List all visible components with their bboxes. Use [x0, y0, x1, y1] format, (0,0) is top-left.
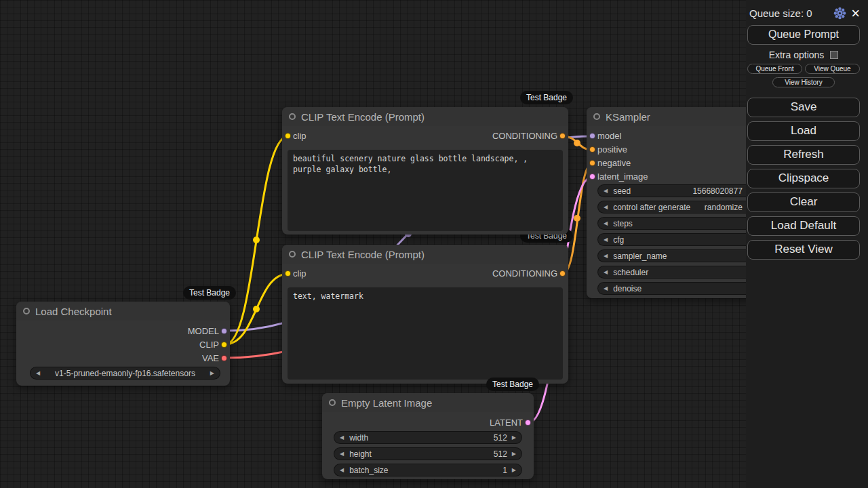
link-dot-clip-2	[253, 306, 260, 312]
increment-arrow-icon[interactable]: ▶	[512, 434, 516, 441]
close-menu-icon[interactable]: ×	[851, 8, 860, 19]
output-label-clip: CLIP	[199, 340, 219, 350]
input-label-clip: clip	[293, 131, 307, 142]
node-graph-canvas[interactable]: Test Badge Test Badge Test Badge Test Ba…	[0, 0, 868, 488]
decrement-arrow-icon[interactable]: ◀	[604, 220, 608, 226]
node-clip-text-encode-negative[interactable]: CLIP Text Encode (Prompt) clip CONDITION…	[282, 245, 568, 384]
decrement-arrow-icon[interactable]: ◀	[604, 237, 608, 243]
node-collapse-dot[interactable]	[329, 399, 336, 406]
input-label-negative: negative	[597, 158, 631, 169]
widget-label: batch_size	[349, 466, 388, 475]
node-badge: Test Badge	[520, 91, 573, 104]
widget-label: control after generate	[613, 203, 690, 212]
output-slot-conditioning[interactable]	[559, 270, 566, 277]
widget-label: height	[349, 449, 372, 459]
node-title: CLIP Text Encode (Prompt)	[301, 249, 425, 260]
load-default-button[interactable]: Load Default	[747, 216, 860, 236]
increment-arrow-icon[interactable]: ▶	[512, 451, 516, 457]
decrement-arrow-icon[interactable]: ◀	[604, 285, 608, 291]
input-label-latent-image: latent_image	[597, 171, 648, 182]
node-collapse-dot[interactable]	[23, 308, 30, 314]
node-header[interactable]: Load Checkpoint	[16, 302, 230, 321]
ckpt-name-value: v1-5-pruned-emaonly-fp16.safetensors	[55, 369, 195, 378]
load-button[interactable]: Load	[747, 121, 860, 141]
node-clip-text-encode-positive[interactable]: CLIP Text Encode (Prompt) clip CONDITION…	[282, 107, 568, 235]
node-empty-latent-image[interactable]: Empty Latent Image LATENT ◀ width 512 ▶ …	[322, 393, 534, 479]
output-label-latent: LATENT	[490, 418, 523, 428]
node-title: Empty Latent Image	[341, 397, 432, 409]
clipspace-button[interactable]: Clipspace	[747, 169, 860, 188]
node-collapse-dot[interactable]	[289, 251, 296, 258]
prev-arrow-icon[interactable]: ◀	[36, 370, 40, 376]
node-header[interactable]: Empty Latent Image	[322, 393, 534, 412]
link-clip-positive	[225, 136, 288, 344]
node-load-checkpoint[interactable]: Load Checkpoint MODEL CLIP VAE ◀ v1-5-pr…	[16, 302, 230, 386]
decrement-arrow-icon[interactable]: ◀	[604, 253, 608, 259]
cfg-widget[interactable]: ◀ cfg ▶	[597, 233, 757, 246]
widget-label: width	[349, 433, 368, 443]
output-slot-model[interactable]	[221, 328, 227, 334]
batch-size-widget[interactable]: ◀ batch_size 1 ▶	[334, 464, 522, 476]
widget-label: scheduler	[613, 268, 648, 277]
save-button[interactable]: Save	[747, 98, 860, 117]
input-slot-clip[interactable]	[285, 270, 291, 277]
prompt-textarea[interactable]: beautiful scenery nature glass bottle la…	[288, 150, 563, 231]
link-dot-cond-2	[574, 215, 580, 222]
output-label-conditioning: CONDITIONING	[492, 131, 557, 142]
link-dot-cond-1	[574, 140, 580, 146]
height-widget[interactable]: ◀ height 512 ▶	[334, 447, 522, 460]
decrement-arrow-icon[interactable]: ◀	[340, 467, 344, 473]
node-badge: Test Badge	[486, 378, 539, 391]
output-slot-conditioning[interactable]	[559, 133, 566, 139]
control-after-generate-widget[interactable]: ◀ control after generate randomize ▶	[597, 201, 757, 214]
output-label-conditioning: CONDITIONING	[492, 268, 557, 279]
decrement-arrow-icon[interactable]: ◀	[340, 434, 344, 441]
ckpt-name-widget[interactable]: ◀ v1-5-pruned-emaonly-fp16.safetensors ▶	[30, 367, 220, 380]
steps-widget[interactable]: ◀ steps ▶	[597, 217, 757, 230]
input-label-positive: positive	[597, 144, 627, 155]
view-queue-button[interactable]: View Queue	[805, 64, 860, 74]
output-label-model: MODEL	[188, 326, 219, 337]
widget-value: randomize	[705, 203, 743, 212]
prompt-textarea[interactable]: text, watermark	[288, 287, 563, 380]
node-header[interactable]: CLIP Text Encode (Prompt)	[282, 245, 568, 264]
scheduler-widget[interactable]: ◀ scheduler ▶	[597, 266, 757, 279]
sampler-name-widget[interactable]: ◀ sampler_name ▶	[597, 249, 757, 262]
denoise-widget[interactable]: ◀ denoise ▶	[597, 282, 757, 295]
link-clip-negative	[225, 274, 288, 344]
node-header[interactable]: CLIP Text Encode (Prompt)	[282, 107, 568, 126]
input-slot-latent-image[interactable]	[589, 174, 595, 180]
decrement-arrow-icon[interactable]: ◀	[604, 269, 608, 275]
node-header[interactable]: KSampler	[587, 107, 763, 126]
clear-button[interactable]: Clear	[747, 192, 860, 212]
input-slot-positive[interactable]	[589, 146, 595, 152]
node-badge: Test Badge	[183, 286, 236, 300]
input-slot-clip[interactable]	[285, 133, 291, 139]
increment-arrow-icon[interactable]: ▶	[512, 467, 516, 473]
view-history-button[interactable]: View History	[772, 77, 835, 87]
node-title: KSampler	[606, 111, 650, 123]
node-ksampler[interactable]: KSampler model positive negative latent_…	[587, 107, 763, 298]
decrement-arrow-icon[interactable]: ◀	[604, 188, 608, 194]
node-collapse-dot[interactable]	[593, 113, 600, 120]
refresh-button[interactable]: Refresh	[747, 145, 860, 165]
widget-label: sampler_name	[613, 251, 667, 261]
width-widget[interactable]: ◀ width 512 ▶	[334, 431, 522, 444]
input-slot-negative[interactable]	[589, 160, 595, 166]
output-slot-vae[interactable]	[221, 355, 227, 361]
decrement-arrow-icon[interactable]: ◀	[604, 204, 608, 210]
widget-label: denoise	[613, 284, 642, 293]
queue-prompt-button[interactable]: Queue Prompt	[747, 25, 860, 45]
settings-gear-icon[interactable]	[833, 7, 846, 20]
reset-view-button[interactable]: Reset View	[747, 240, 860, 260]
output-slot-clip[interactable]	[221, 342, 227, 348]
seed-widget[interactable]: ◀ seed 15668020877 ▶	[597, 184, 757, 197]
output-slot-latent[interactable]	[525, 420, 531, 426]
next-arrow-icon[interactable]: ▶	[210, 370, 214, 376]
queue-front-button[interactable]: Queue Front	[747, 64, 802, 74]
input-slot-model[interactable]	[589, 133, 595, 139]
node-collapse-dot[interactable]	[289, 113, 296, 120]
decrement-arrow-icon[interactable]: ◀	[340, 451, 344, 457]
node-title: CLIP Text Encode (Prompt)	[301, 111, 425, 123]
extra-options-checkbox[interactable]	[830, 51, 838, 59]
